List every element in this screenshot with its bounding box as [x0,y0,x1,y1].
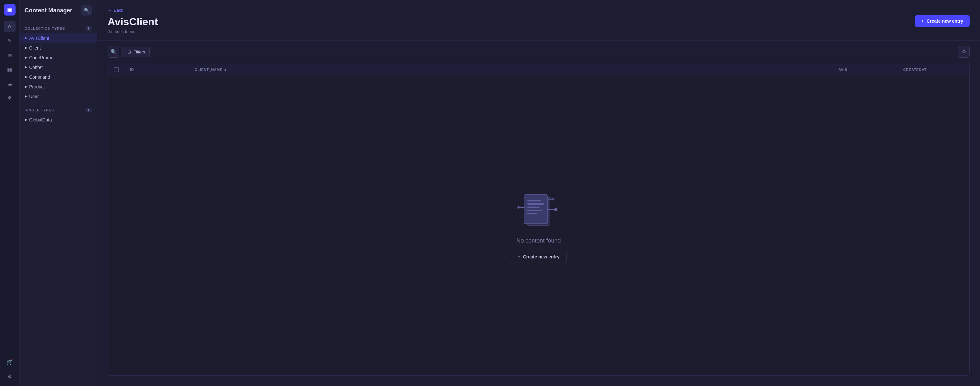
search-icon: 🔍 [84,8,89,13]
main-content: ← Back AvisClient 0 entries found + Crea… [97,0,980,386]
entries-count: 0 entries found [108,29,158,34]
single-types-section-header: SINGLE TYPES 1 [19,108,97,115]
sidebar-item-label: Client [29,45,41,51]
table-settings-button[interactable]: ⚙ [958,46,970,58]
filter-icon: ⊟ [127,49,131,54]
svg-rect-9 [527,213,537,214]
sidebar-item-avisclient[interactable]: AvisClient [19,33,97,43]
table-header: ID CLIENT_NAME ▲ AVIS CREATEDAT [108,63,969,76]
inbox-icon: ✉ [8,52,12,58]
dot-icon [25,47,27,49]
feather-icon: ✎ [8,38,12,44]
dot-icon [25,95,27,97]
nav-settings[interactable]: ⚙ [4,370,16,382]
sidebar-item-client[interactable]: Client [19,43,97,53]
sidebar-item-product[interactable]: Product [19,82,97,92]
column-createdat-label: CREATEDAT [903,68,926,71]
sidebar-item-user[interactable]: User [19,92,97,102]
icon-bar: ▣ ⌂ ✎ ✉ ▦ ☁ ❖ 🛒 ⚙ [0,0,19,386]
settings-icon: ⚙ [8,373,12,380]
column-id-label: ID [130,68,134,71]
nav-feather[interactable]: ✎ [4,35,16,47]
sidebar-item-label: GlobalData [29,117,52,122]
dot-icon [25,86,27,88]
column-header-avis[interactable]: AVIS [833,63,898,76]
nav-cloud[interactable]: ☁ [4,78,16,89]
dot-icon [25,67,27,68]
svg-rect-7 [527,207,539,208]
gear-icon: ⚙ [962,49,966,55]
sort-asc-icon: ▲ [224,68,228,71]
select-all-checkbox[interactable] [114,67,119,72]
dot-icon [25,76,27,78]
search-button[interactable]: 🔍 [108,46,119,58]
svg-rect-6 [527,203,544,205]
page-title: AvisClient [108,16,158,28]
column-header-client-name[interactable]: CLIENT_NAME ▲ [189,63,833,76]
nav-puzzle[interactable]: ❖ [4,92,16,103]
single-types-list: GlobalData [19,115,97,125]
plus-icon-secondary: + [517,254,520,259]
search-icon: 🔍 [110,49,117,55]
sidebar-item-command[interactable]: Command [19,72,97,82]
no-content-svg [517,189,560,231]
collection-types-count-badge: 7 [86,26,92,31]
puzzle-icon: ❖ [8,95,12,101]
plus-icon: + [921,19,924,24]
dot-icon [25,57,27,59]
svg-rect-4 [524,195,547,224]
home-icon: ⌂ [8,24,11,29]
sidebar-item-globaldata[interactable]: GlobalData [19,115,97,125]
back-label: Back [114,8,123,13]
create-new-entry-button-header[interactable]: + Create new entry [915,15,970,27]
toolbar: 🔍 ⊟ Filters ⚙ [97,41,980,63]
nav-home[interactable]: ⌂ [4,21,16,32]
grid-icon: ▦ [7,67,12,73]
nav-inbox[interactable]: ✉ [4,49,16,61]
sidebar-item-label: Product [29,84,45,89]
sidebar-item-coffret[interactable]: Coffret [19,62,97,72]
header-left: ← Back AvisClient 0 entries found [108,8,158,34]
empty-state-illustration [517,189,560,231]
column-avis-label: AVIS [838,68,848,71]
dot-icon [25,37,27,39]
sidebar-item-label: Command [29,75,50,79]
sidebar-title: Content Manager [25,7,72,14]
sidebar: Content Manager 🔍 COLLECTION TYPES 7 Avi… [19,0,97,386]
column-client-name-label: CLIENT_NAME [195,68,223,71]
table-body-empty: No content found + Create new entry [108,76,969,375]
sidebar-item-label: User [29,94,39,99]
sidebar-header: Content Manager 🔍 [19,5,97,21]
app-logo[interactable]: ▣ [4,4,16,16]
single-types-count-badge: 1 [86,108,92,112]
svg-rect-5 [527,200,541,202]
sidebar-search-button[interactable]: 🔍 [81,5,92,16]
arrow-left-icon: ← [108,8,112,13]
column-header-createdat[interactable]: CREATEDAT [898,63,969,76]
filters-button[interactable]: ⊟ Filters [123,47,150,57]
dot-icon [25,119,27,121]
cart-icon: 🛒 [6,359,13,365]
svg-point-15 [552,198,555,200]
sidebar-item-label: Coffret [29,65,43,70]
nav-cart[interactable]: 🛒 [4,356,16,368]
page-header: ← Back AvisClient 0 entries found + Crea… [97,0,980,41]
back-button[interactable]: ← Back [108,8,158,13]
data-table: ID CLIENT_NAME ▲ AVIS CREATEDAT [108,63,970,376]
collection-types-list: AvisClientClientCodePromoCoffretCommandP… [19,33,97,102]
create-new-entry-button-empty[interactable]: + Create new entry [511,251,566,263]
svg-rect-8 [527,210,542,211]
collection-types-section-header: COLLECTION TYPES 7 [19,26,97,33]
svg-point-11 [517,206,520,208]
sidebar-item-label: AvisClient [29,36,49,41]
sidebar-item-label: CodePromo [29,55,54,60]
select-all-checkbox-container[interactable] [108,63,125,76]
column-header-id[interactable]: ID [125,63,189,76]
sidebar-item-codepromo[interactable]: CodePromo [19,53,97,62]
no-content-text: No content found [516,237,561,244]
svg-point-13 [554,208,557,211]
nav-grid[interactable]: ▦ [4,64,16,75]
cloud-icon: ☁ [7,81,12,87]
